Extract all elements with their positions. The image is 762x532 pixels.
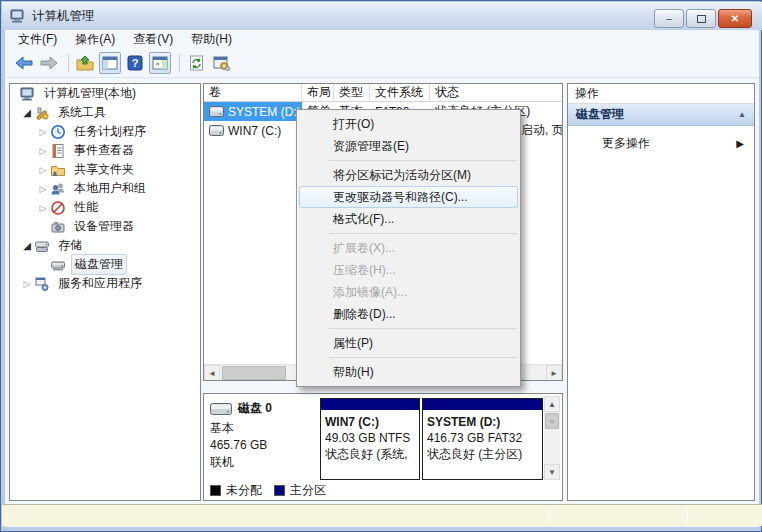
menu-item-open[interactable]: 打开(O) [299, 113, 518, 135]
expander-expanded-icon[interactable]: ◢ [20, 107, 34, 118]
menu-separator [329, 357, 517, 358]
tree-item-storage[interactable]: ◢ 存储 [10, 236, 200, 255]
maximize-button[interactable] [686, 9, 716, 28]
actions-section-label: 磁盘管理 [576, 106, 624, 123]
partition-system-d[interactable]: SYSTEM (D:) 416.73 GB FAT32 状态良好 (主分区) [422, 398, 543, 480]
menu-help[interactable]: 帮助(H) [182, 29, 241, 50]
toolbar: ? [5, 49, 759, 78]
expander-collapsed-icon[interactable]: ▷ [36, 165, 50, 175]
partition-win7-c[interactable]: WIN7 (C:) 49.03 GB NTFS 状态良好 (系统, [320, 398, 420, 480]
tree-item-label: 设备管理器 [71, 217, 137, 236]
close-icon: ✕ [731, 13, 739, 24]
expander-collapsed-icon[interactable]: ▷ [20, 279, 34, 289]
titlebar[interactable]: 计算机管理 – ✕ [2, 2, 762, 30]
drive-icon [209, 106, 224, 117]
scrollbar-thumb[interactable] [222, 366, 286, 380]
column-header-layout[interactable]: 布局 [302, 84, 334, 101]
menu-item-help[interactable]: 帮助(H) [299, 361, 518, 383]
tree-item-label: 服务和应用程序 [55, 274, 145, 293]
scrollbar-thumb[interactable]: ≡ [545, 413, 559, 429]
statusbar-separator [549, 508, 550, 524]
collapse-icon[interactable]: ▲ [738, 110, 746, 119]
computer-icon [20, 86, 36, 102]
expander-collapsed-icon[interactable]: ▷ [36, 127, 50, 137]
tree-item-local-users-groups[interactable]: ▷ 本地用户和组 [10, 179, 200, 198]
device-manager-icon [50, 219, 66, 235]
column-header-status[interactable]: 状态 [430, 84, 562, 101]
minimize-button[interactable]: – [654, 9, 684, 28]
column-header-type[interactable]: 类型 [334, 84, 370, 101]
legend-label-unallocated: 未分配 [226, 482, 262, 499]
actions-panel: 操作 磁盘管理 ▲ 更多操作 ▶ [567, 83, 755, 501]
tree-item-label: 事件查看器 [71, 141, 137, 160]
menu-item-change-drive-letter[interactable]: 更改驱动器号和路径(C)... [299, 186, 518, 208]
column-header-volume[interactable]: 卷 [204, 84, 302, 101]
action-pane-icon[interactable] [149, 52, 171, 74]
partition-status: 状态良好 (系统, [321, 446, 419, 462]
actions-section-disk-management[interactable]: 磁盘管理 ▲ [568, 104, 754, 126]
back-icon[interactable] [13, 52, 35, 74]
tree-item-task-scheduler[interactable]: ▷ 任务计划程序 [10, 122, 200, 141]
menu-item-explorer[interactable]: 资源管理器(E) [299, 135, 518, 157]
tree-item-label: 磁盘管理 [71, 254, 127, 275]
storage-icon [34, 238, 50, 254]
disk-status: 联机 [210, 454, 316, 471]
expander-collapsed-icon[interactable]: ▷ [36, 184, 50, 194]
shared-folder-icon [50, 162, 66, 178]
menu-view[interactable]: 查看(V) [124, 29, 182, 50]
tree-item-label: 系统工具 [55, 103, 109, 122]
menu-item-format[interactable]: 格式化(F)... [299, 208, 518, 230]
console-tree-panel: 计算机管理(本地) ◢ 系统工具 ▷ 任务计划程序 ▷ 事件查看器 ▷ 共享文件… [9, 83, 201, 501]
tree-item-label: 存储 [55, 236, 85, 255]
computer-management-window: 计算机管理 – ✕ 文件(F) 操作(A) 查看(V) 帮助(H) ? [0, 0, 762, 532]
disk-type: 基本 [210, 420, 316, 437]
column-header-filesystem[interactable]: 文件系统 [370, 84, 430, 101]
event-viewer-icon [50, 143, 66, 159]
disk-size: 465.76 GB [210, 437, 316, 454]
tree-item-label: 本地用户和组 [71, 179, 149, 198]
scroll-left-icon[interactable]: ◄ [204, 365, 220, 381]
menu-item-delete-volume[interactable]: 删除卷(D)... [299, 303, 518, 325]
tree-item-performance[interactable]: ▷ 性能 [10, 198, 200, 217]
scroll-right-icon[interactable]: ► [546, 365, 562, 381]
tree-item-system-tools[interactable]: ◢ 系统工具 [10, 103, 200, 122]
scroll-down-icon[interactable]: ▼ [544, 464, 560, 480]
menu-file[interactable]: 文件(F) [9, 29, 66, 50]
menu-separator [329, 233, 517, 234]
vertical-scrollbar[interactable]: ▲ ≡ ▼ [544, 396, 560, 480]
tree-item-label: 任务计划程序 [71, 122, 149, 141]
disk-graphical-panel: 磁盘 0 基本 465.76 GB 联机 WIN7 (C:) 49.03 GB … [203, 393, 563, 501]
expander-collapsed-icon[interactable]: ▷ [36, 146, 50, 156]
expander-expanded-icon[interactable]: ◢ [20, 240, 34, 251]
up-level-icon[interactable] [74, 52, 96, 74]
disk-0-info[interactable]: 磁盘 0 基本 465.76 GB 联机 [210, 400, 316, 471]
partition-size: 416.73 GB FAT32 [423, 430, 542, 446]
tree-item-services-applications[interactable]: ▷ 服务和应用程序 [10, 274, 200, 293]
more-actions-item[interactable]: 更多操作 ▶ [568, 132, 754, 154]
svg-text:?: ? [132, 57, 139, 69]
disk-0-row: 磁盘 0 基本 465.76 GB 联机 WIN7 (C:) 49.03 GB … [204, 394, 562, 482]
primary-partition-swatch [274, 485, 285, 496]
tree-item-event-viewer[interactable]: ▷ 事件查看器 [10, 141, 200, 160]
expander-collapsed-icon[interactable]: ▷ [36, 203, 50, 213]
console-tree-icon[interactable] [99, 52, 121, 74]
refresh-icon[interactable] [185, 52, 207, 74]
forward-icon[interactable] [38, 52, 60, 74]
local-users-icon [50, 181, 66, 197]
disk-management-icon [50, 257, 66, 273]
help-icon[interactable]: ? [124, 52, 146, 74]
tree-item-device-manager[interactable]: ▷ 设备管理器 [10, 217, 200, 236]
console-window-icon[interactable] [210, 52, 232, 74]
scroll-up-icon[interactable]: ▲ [544, 396, 560, 412]
menu-item-mark-active-partition[interactable]: 将分区标记为活动分区(M) [299, 164, 518, 186]
submenu-arrow-icon: ▶ [736, 138, 744, 149]
partition-name: WIN7 (C:) [321, 412, 419, 430]
tree-item-disk-management[interactable]: ▷ 磁盘管理 [10, 255, 200, 274]
tree-item-computer-management-local[interactable]: 计算机管理(本地) [10, 84, 200, 103]
tree-item-shared-folders[interactable]: ▷ 共享文件夹 [10, 160, 200, 179]
legend: 未分配 主分区 [204, 481, 562, 500]
menu-item-properties[interactable]: 属性(P) [299, 332, 518, 354]
tree-item-label: 性能 [71, 198, 101, 217]
close-button[interactable]: ✕ [718, 9, 752, 28]
menu-action[interactable]: 操作(A) [66, 29, 124, 50]
